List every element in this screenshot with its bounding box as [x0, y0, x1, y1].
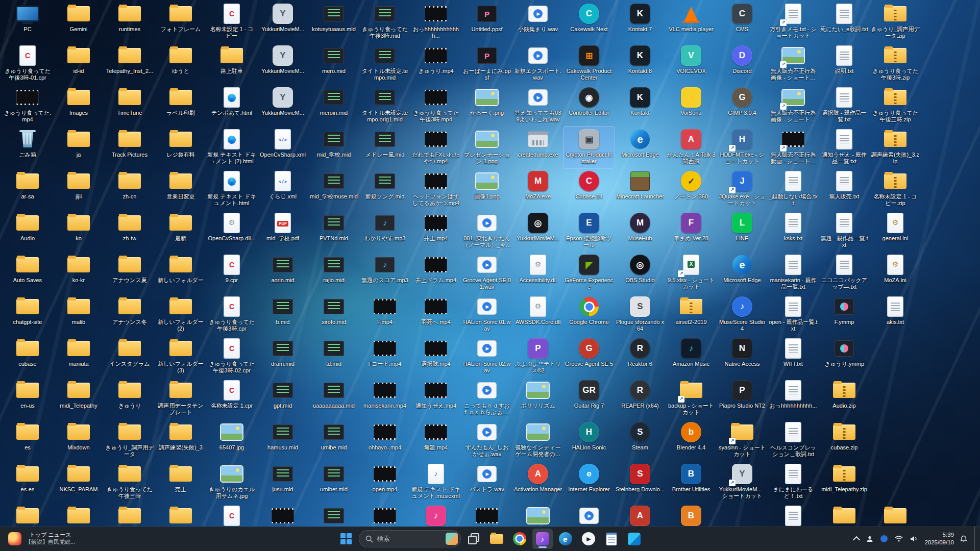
- desktop-icon[interactable]: GRGuitar Rig 7: [564, 378, 615, 419]
- desktop-icon[interactable]: 001_東北きりたん（ノーマル）_今しゃ...: [461, 210, 512, 252]
- clock[interactable]: 5:39 2025/09/10: [924, 531, 954, 546]
- desktop-icon[interactable]: ずんだもん_しおかせぉ.wav: [461, 419, 512, 461]
- desktop-icon[interactable]: SPlogue sforzando x64: [615, 294, 666, 336]
- desktop-icon[interactable]: eInternet Explorer: [564, 461, 615, 503]
- desktop-icon[interactable]: 新しいフォルダー: [155, 252, 206, 294]
- desktop-icon[interactable]: プレゼンテーション 1.png: [461, 127, 512, 168]
- desktop-icon[interactable]: Untitled.ppsf: [461, 1, 512, 43]
- desktop-icon[interactable]: BBrother Utilities: [666, 461, 717, 503]
- desktop-icon[interactable]: 名称未設定 1 - コピー.zip: [870, 168, 921, 210]
- desktop-icon[interactable]: きゅうり.ymmp: [819, 336, 870, 378]
- desktop-icon[interactable]: 新規 テキスト ドキュメント (2).html: [206, 127, 257, 168]
- desktop-icon[interactable]: ◎OBS Studio: [615, 252, 666, 294]
- desktop-icon[interactable]: きゅうり食ってた午後3時.zip: [870, 43, 921, 85]
- desktop-icon[interactable]: Groove Agent SE 01.wav: [461, 252, 512, 294]
- network-button[interactable]: [894, 535, 904, 543]
- desktop-icon[interactable]: Y↗YukkuriMovieM... - ショートカット: [717, 461, 768, 503]
- desktop-icon[interactable]: Audio.zip: [819, 378, 870, 419]
- code-app-button[interactable]: [624, 529, 645, 549]
- desktop-icon[interactable]: es-es: [2, 461, 53, 503]
- desktop-icon[interactable]: タイトル未設定.tempo.orig1.mid: [359, 85, 410, 127]
- desktop-icon[interactable]: A: [615, 503, 666, 527]
- desktop-icon[interactable]: [257, 503, 308, 527]
- desktop-icon[interactable]: mid_学校.mid: [308, 127, 359, 168]
- desktop-icon[interactable]: [2, 503, 53, 527]
- desktop-icon[interactable]: きゅうり食ってた午後三時.zip: [870, 85, 921, 127]
- desktop-icon[interactable]: ラベル印刷: [155, 85, 206, 127]
- desktop-icon[interactable]: RReaktor 6: [615, 336, 666, 378]
- desktop-icon[interactable]: 調声練習(失敗)_3.zip: [870, 127, 921, 168]
- desktop-icon[interactable]: general.ini: [870, 210, 921, 252]
- desktop-icon[interactable]: mid_学校.pdf: [257, 210, 308, 252]
- desktop-icon[interactable]: AActivation Manager: [512, 461, 564, 503]
- desktop-icon[interactable]: Minecraft Launcher: [615, 168, 666, 210]
- desktop-icon[interactable]: きゅうり_調声用データ: [104, 419, 155, 461]
- desktop-icon[interactable]: Images: [53, 85, 104, 127]
- desktop-icon[interactable]: 無題.mp4: [410, 419, 461, 461]
- desktop-icon[interactable]: ⚡VoiSona: [666, 85, 717, 127]
- desktop-icon[interactable]: 選択肢 - 親作品一覧.txt: [819, 85, 870, 127]
- desktop-icon[interactable]: きゅうり食ってた午後3時.cpr: [206, 294, 257, 336]
- desktop-icon[interactable]: gpt.mid: [257, 378, 308, 419]
- chrome-button[interactable]: [509, 529, 530, 549]
- desktop-icon[interactable]: TimeTune: [104, 85, 155, 127]
- desktop-icon[interactable]: VVOICEVOX: [666, 43, 717, 85]
- desktop-icon[interactable]: 説明.txt: [819, 43, 870, 85]
- desktop-icon[interactable]: DDiscord: [717, 43, 768, 85]
- desktop-icon[interactable]: ◤GeForce Experience: [564, 252, 615, 294]
- edge-button[interactable]: [555, 529, 576, 549]
- desktop-icon[interactable]: 65407.jpg: [206, 419, 257, 461]
- desktop-icon[interactable]: GGIMP 3.0.4: [717, 85, 768, 127]
- desktop-icon[interactable]: rajio.mid: [308, 252, 359, 294]
- desktop-icon[interactable]: 路上駐車: [206, 43, 257, 85]
- desktop-icon[interactable]: ヘッドフォンはずしてるあかつ.mp4: [410, 168, 461, 210]
- start-button[interactable]: [336, 529, 356, 549]
- desktop-icon[interactable]: 9.cpr: [206, 252, 257, 294]
- desktop-icon[interactable]: hamusu.mid: [257, 419, 308, 461]
- desktop-icon[interactable]: アナウンス冬: [104, 294, 155, 336]
- desktop-icon[interactable]: umibe.mid: [308, 419, 359, 461]
- desktop-icon[interactable]: 営業日変更: [155, 168, 206, 210]
- desktop-icon[interactable]: 小銭集まり.wav: [512, 1, 564, 43]
- desktop-icon[interactable]: PPiapro Studio NT2: [717, 378, 768, 419]
- desktop-icon[interactable]: ゆうと: [155, 43, 206, 85]
- desktop-icon[interactable]: bBlender 4.4: [666, 419, 717, 461]
- desktop-icon[interactable]: HALion Sonic 02.wav: [461, 336, 512, 378]
- desktop-icon[interactable]: KKontakt: [615, 85, 666, 127]
- desktop-icon[interactable]: en-us: [2, 378, 53, 419]
- desktop-icon[interactable]: Telepathy_Inst_2...: [104, 43, 155, 85]
- search-highlight-image-icon[interactable]: [446, 533, 458, 545]
- desktop-icon[interactable]: KKontakt 8: [615, 43, 666, 85]
- volume-button[interactable]: [909, 534, 919, 543]
- desktop-icon[interactable]: WIFI.txt: [768, 336, 819, 378]
- desktop-icon[interactable]: ar-sa: [2, 168, 53, 210]
- desktop-icon[interactable]: PVTNd.mid: [308, 210, 359, 252]
- desktop-icon[interactable]: おっhhhhhhhhhh...: [768, 378, 819, 419]
- desktop-icon[interactable]: 名称未設定 1 - コピー: [206, 1, 257, 43]
- desktop-icon[interactable]: cubase.zip: [819, 419, 870, 461]
- desktop-icon[interactable]: [512, 503, 564, 527]
- desktop-icon[interactable]: mero.mid: [308, 43, 359, 85]
- desktop-icon[interactable]: ♪: [410, 503, 461, 527]
- desktop-icon[interactable]: jusu.mid: [257, 461, 308, 503]
- desktop-icon[interactable]: タイトル未設定.tempo.mid: [359, 43, 410, 85]
- desktop-icon[interactable]: 死にたい_e歌詞.txt: [819, 1, 870, 43]
- desktop-icon[interactable]: [206, 503, 257, 527]
- desktop-icon[interactable]: 選択肢.mp4: [410, 336, 461, 378]
- desktop-icon[interactable]: zh-tw: [104, 210, 155, 252]
- desktop-icon[interactable]: くらじ.xml: [257, 168, 308, 210]
- desktop-icon[interactable]: ohhayo-.mp4: [359, 419, 410, 461]
- desktop-icon[interactable]: [819, 503, 870, 527]
- desktop-icon[interactable]: Audio: [2, 210, 53, 252]
- desktop-icon[interactable]: J↗JQuake.exe - ショートカット: [717, 168, 768, 210]
- desktop-icon[interactable]: きゅうり食ってた午後三時: [104, 461, 155, 503]
- desktop-icon[interactable]: AWSSDK.Core.dll: [512, 294, 564, 336]
- desktop-icon[interactable]: CCMS: [717, 1, 768, 43]
- media-player-button[interactable]: [578, 529, 599, 549]
- desktop-icon[interactable]: YYukkuriMovieM...: [257, 85, 308, 127]
- desktop-icon[interactable]: ↗9.5.xlsx - ショートカット: [666, 252, 717, 294]
- desktop-icon[interactable]: 画像1.png: [461, 168, 512, 210]
- desktop-icon[interactable]: uaaaaaaaaa.mid: [308, 378, 359, 419]
- desktop-icon[interactable]: きゅうり_調声用データ.zip: [870, 1, 921, 43]
- news-widget-button[interactable]: トップ ニュース 【解説】自民党総...: [4, 527, 79, 551]
